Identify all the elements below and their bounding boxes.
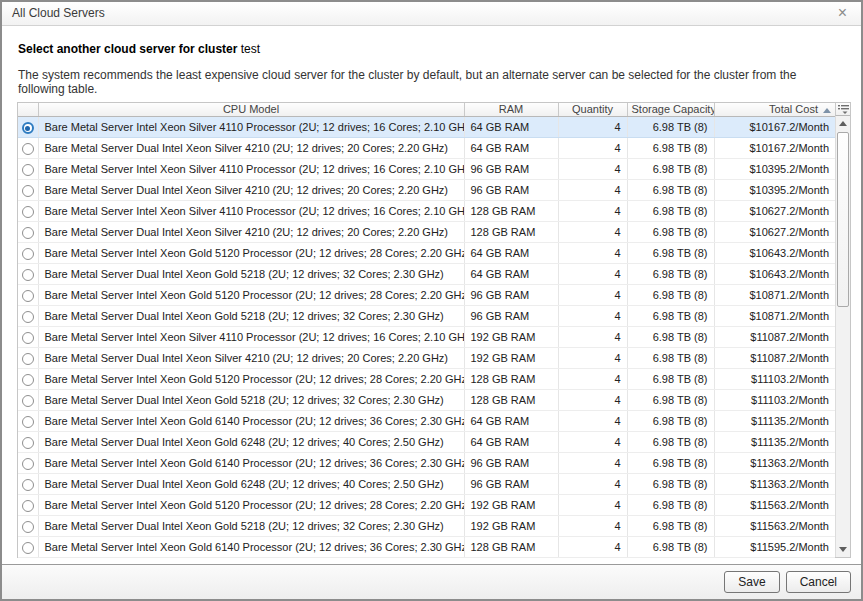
- column-header-quantity[interactable]: Quantity: [558, 103, 627, 117]
- cell-quantity: 4: [558, 537, 627, 558]
- server-radio-button[interactable]: [22, 311, 34, 323]
- cell-cpu-model: Bare Metal Server Dual Intel Xeon Silver…: [38, 180, 464, 201]
- cell-storage-capacity: 6.98 TB (8): [627, 369, 714, 390]
- scroll-up-icon: [839, 121, 847, 126]
- server-radio-button[interactable]: [22, 122, 34, 134]
- scroll-down-icon: [839, 547, 847, 552]
- server-row[interactable]: Bare Metal Server Dual Intel Xeon Gold 5…: [18, 264, 835, 285]
- cell-storage-capacity: 6.98 TB (8): [627, 327, 714, 348]
- server-radio-button[interactable]: [22, 437, 34, 449]
- server-radio-button[interactable]: [22, 416, 34, 428]
- column-header-total-cost[interactable]: Total Cost: [714, 103, 835, 117]
- server-radio-button[interactable]: [22, 143, 34, 155]
- dialog-title: All Cloud Servers: [12, 6, 105, 20]
- cell-cpu-model: Bare Metal Server Intel Xeon Gold 6140 P…: [38, 537, 464, 558]
- server-radio-button[interactable]: [22, 374, 34, 386]
- server-row[interactable]: Bare Metal Server Intel Xeon Silver 4110…: [18, 201, 835, 222]
- server-radio-cell: [18, 180, 38, 201]
- column-header-cpu[interactable]: CPU Model: [38, 103, 464, 117]
- column-header-storage[interactable]: Storage Capacity: [627, 103, 714, 117]
- cell-ram: 96 GB RAM: [464, 180, 558, 201]
- server-radio-button[interactable]: [22, 395, 34, 407]
- dialog-footer: Save Cancel: [2, 564, 861, 599]
- server-row[interactable]: Bare Metal Server Intel Xeon Gold 5120 P…: [18, 369, 835, 390]
- server-row[interactable]: Bare Metal Server Dual Intel Xeon Silver…: [18, 180, 835, 201]
- server-radio-button[interactable]: [22, 290, 34, 302]
- server-row[interactable]: Bare Metal Server Intel Xeon Gold 5120 P…: [18, 285, 835, 306]
- cell-quantity: 4: [558, 138, 627, 159]
- scroll-down-button[interactable]: [836, 542, 850, 557]
- server-radio-button[interactable]: [22, 185, 34, 197]
- column-header-ram[interactable]: RAM: [464, 103, 558, 117]
- server-row[interactable]: Bare Metal Server Intel Xeon Silver 4110…: [18, 117, 835, 138]
- cell-cpu-model: Bare Metal Server Dual Intel Xeon Gold 6…: [38, 474, 464, 495]
- server-radio-cell: [18, 348, 38, 369]
- server-row[interactable]: Bare Metal Server Intel Xeon Gold 6140 P…: [18, 537, 835, 558]
- server-row[interactable]: Bare Metal Server Intel Xeon Silver 4110…: [18, 327, 835, 348]
- cancel-button[interactable]: Cancel: [786, 571, 851, 593]
- server-row[interactable]: Bare Metal Server Dual Intel Xeon Silver…: [18, 222, 835, 243]
- server-radio-button[interactable]: [22, 227, 34, 239]
- server-row[interactable]: Bare Metal Server Dual Intel Xeon Gold 5…: [18, 516, 835, 537]
- cell-ram: 192 GB RAM: [464, 516, 558, 537]
- server-table-body: Bare Metal Server Intel Xeon Silver 4110…: [18, 117, 835, 558]
- cell-ram: 192 GB RAM: [464, 327, 558, 348]
- server-radio-button[interactable]: [22, 353, 34, 365]
- cell-quantity: 4: [558, 159, 627, 180]
- server-row[interactable]: Bare Metal Server Dual Intel Xeon Silver…: [18, 348, 835, 369]
- server-radio-button[interactable]: [22, 479, 34, 491]
- server-radio-button[interactable]: [22, 164, 34, 176]
- cell-ram: 64 GB RAM: [464, 138, 558, 159]
- server-radio-button[interactable]: [22, 206, 34, 218]
- server-row[interactable]: Bare Metal Server Intel Xeon Gold 6140 P…: [18, 453, 835, 474]
- cell-ram: 128 GB RAM: [464, 222, 558, 243]
- cell-storage-capacity: 6.98 TB (8): [627, 432, 714, 453]
- cell-total-cost: $11563.2/Month: [714, 516, 835, 537]
- scrollbar-thumb[interactable]: [837, 132, 849, 307]
- server-row[interactable]: Bare Metal Server Intel Xeon Gold 5120 P…: [18, 243, 835, 264]
- cell-quantity: 4: [558, 285, 627, 306]
- cell-storage-capacity: 6.98 TB (8): [627, 222, 714, 243]
- column-customize-icon[interactable]: [835, 103, 850, 116]
- scroll-up-button[interactable]: [836, 116, 850, 131]
- cell-cpu-model: Bare Metal Server Intel Xeon Gold 6140 P…: [38, 411, 464, 432]
- server-radio-cell: [18, 537, 38, 558]
- vertical-scrollbar[interactable]: [835, 116, 850, 557]
- cell-cpu-model: Bare Metal Server Intel Xeon Gold 5120 P…: [38, 369, 464, 390]
- server-row[interactable]: Bare Metal Server Dual Intel Xeon Gold 6…: [18, 474, 835, 495]
- cell-quantity: 4: [558, 327, 627, 348]
- cell-storage-capacity: 6.98 TB (8): [627, 159, 714, 180]
- server-row[interactable]: Bare Metal Server Intel Xeon Gold 6140 P…: [18, 411, 835, 432]
- server-radio-button[interactable]: [22, 332, 34, 344]
- cell-quantity: 4: [558, 117, 627, 138]
- server-row[interactable]: Bare Metal Server Dual Intel Xeon Gold 5…: [18, 306, 835, 327]
- server-row[interactable]: Bare Metal Server Dual Intel Xeon Gold 5…: [18, 390, 835, 411]
- server-row[interactable]: Bare Metal Server Intel Xeon Gold 5120 P…: [18, 495, 835, 516]
- cell-ram: 64 GB RAM: [464, 117, 558, 138]
- close-icon[interactable]: ×: [836, 2, 849, 25]
- cell-total-cost: $10167.2/Month: [714, 117, 835, 138]
- server-radio-button[interactable]: [22, 248, 34, 260]
- server-radio-button[interactable]: [22, 500, 34, 512]
- server-row[interactable]: Bare Metal Server Dual Intel Xeon Gold 6…: [18, 432, 835, 453]
- cell-ram: 192 GB RAM: [464, 495, 558, 516]
- cell-storage-capacity: 6.98 TB (8): [627, 138, 714, 159]
- server-radio-cell: [18, 159, 38, 180]
- cell-total-cost: $10627.2/Month: [714, 201, 835, 222]
- cell-storage-capacity: 6.98 TB (8): [627, 516, 714, 537]
- server-table: CPU Model RAM Quantity Storage Capacity …: [18, 103, 835, 558]
- cell-total-cost: $11103.2/Month: [714, 390, 835, 411]
- server-radio-button[interactable]: [22, 458, 34, 470]
- server-radio-button[interactable]: [22, 542, 34, 554]
- cell-quantity: 4: [558, 201, 627, 222]
- server-radio-button[interactable]: [22, 521, 34, 533]
- cell-quantity: 4: [558, 348, 627, 369]
- cell-total-cost: $10871.2/Month: [714, 285, 835, 306]
- cluster-name: test: [241, 42, 260, 56]
- cell-cpu-model: Bare Metal Server Dual Intel Xeon Silver…: [38, 138, 464, 159]
- server-row[interactable]: Bare Metal Server Dual Intel Xeon Silver…: [18, 138, 835, 159]
- server-radio-button[interactable]: [22, 269, 34, 281]
- server-radio-cell: [18, 516, 38, 537]
- server-row[interactable]: Bare Metal Server Intel Xeon Silver 4110…: [18, 159, 835, 180]
- save-button[interactable]: Save: [724, 571, 779, 593]
